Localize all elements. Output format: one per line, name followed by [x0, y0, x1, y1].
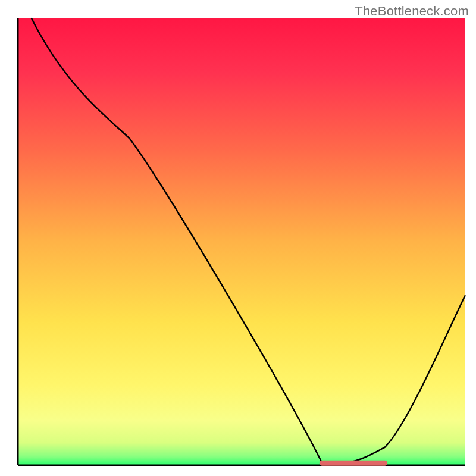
chart-container: TheBottleneck.com: [0, 0, 476, 476]
watermark-text: TheBottleneck.com: [355, 4, 469, 19]
plot-background: [18, 18, 465, 465]
bottleneck-chart: [0, 0, 476, 476]
